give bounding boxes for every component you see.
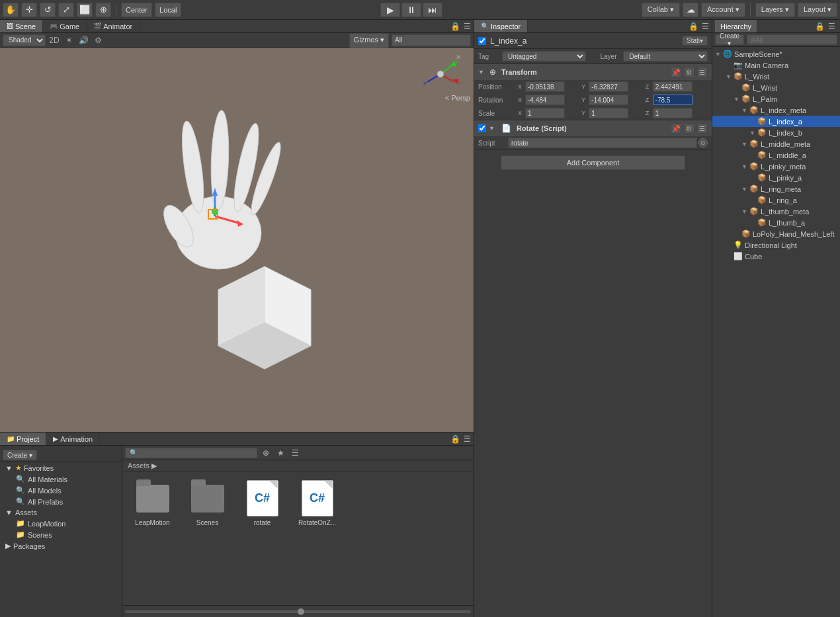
scene-viewport[interactable]: Y X Z ✕ < Persp (0, 48, 474, 432)
center-btn[interactable]: Center (121, 3, 152, 17)
hier-lpinkya[interactable]: 📦 L_pinky_a (712, 172, 840, 183)
scene-search-input[interactable] (392, 34, 471, 46)
hier-lmiddlemeta[interactable]: ▼ 📦 L_middle_meta (712, 138, 840, 149)
tab-animator[interactable]: 🎬 Animator (87, 20, 140, 32)
asset-rotate[interactable]: C# rotate (237, 477, 287, 529)
project-create-btn[interactable]: Create ▾ (3, 450, 37, 460)
sidebar-favorites[interactable]: ▼ ★ Favorites (0, 462, 122, 473)
tab-scene[interactable]: 🖼 Scene (0, 20, 43, 32)
sidebar-assets[interactable]: ▼ Assets (0, 507, 122, 518)
hier-lwrist[interactable]: ▼ 📦 L_Wrist (712, 71, 840, 82)
sidebar-packages[interactable]: ▶ Packages (0, 540, 122, 552)
lock-scene-btn[interactable]: 🔒 (450, 21, 462, 32)
shading-mode-select[interactable]: Shaded (3, 34, 46, 46)
step-btn[interactable]: ⏭ (423, 3, 442, 17)
sidebar-scenes[interactable]: 📁 Scenes (0, 529, 122, 540)
inspector-lock-btn[interactable]: 🔒 (688, 21, 700, 32)
lighting-btn[interactable]: ☀ (63, 34, 75, 46)
effects-btn[interactable]: ⚙ (92, 34, 104, 46)
layer-select[interactable]: Default (623, 51, 708, 62)
scale-tool-btn[interactable]: ⤢ (58, 3, 74, 17)
project-lock-btn[interactable]: 🔒 (450, 433, 462, 445)
hier-lmiddlea[interactable]: 📦 L_middle_a (712, 149, 840, 161)
add-component-btn[interactable]: Add Component (501, 155, 685, 170)
hier-scene-root[interactable]: ▼ 🌐 SampleScene* (712, 48, 840, 60)
transform-header[interactable]: ▼ ⊕ Transform 📌 ⚙ ☰ (474, 64, 712, 80)
tab-project[interactable]: 📁 Project (0, 432, 46, 445)
hier-dirlight[interactable]: 💡 Directional Light (712, 239, 840, 251)
tab-hierarchy[interactable]: Hierarchy (715, 20, 757, 32)
rotate-tool-btn[interactable]: ↺ (40, 3, 56, 17)
tab-animation[interactable]: ▶ Animation (46, 432, 100, 445)
pos-z-input[interactable]: 2.442491 (653, 81, 693, 92)
filter-btn[interactable]: ⊕ (260, 447, 272, 459)
hier-lringmeta[interactable]: ▼ 📦 L_ring_meta (712, 183, 840, 194)
cloud-btn[interactable]: ☁ (683, 3, 698, 17)
static-btn[interactable]: Stati▾ (682, 36, 708, 46)
hier-lopoly[interactable]: 📦 LoPoly_Hand_Mesh_Left (712, 228, 840, 239)
hier-lthumba[interactable]: 📦 L_thumb_a (712, 217, 840, 228)
hier-cube[interactable]: ⬜ Cube (712, 251, 840, 262)
rotate-script-checkbox[interactable] (478, 124, 486, 132)
hierarchy-lock-btn[interactable]: 🔒 (814, 21, 825, 32)
zoom-slider[interactable] (125, 610, 471, 613)
sidebar-leapmotion[interactable]: 📁 LeapMotion (0, 518, 122, 529)
transform-settings-btn[interactable]: ⚙ (684, 67, 694, 77)
rot-y-input[interactable]: -14.004 (589, 95, 628, 105)
rect-tool-btn[interactable]: ⬜ (77, 3, 93, 17)
tab-game[interactable]: 🎮 Game (43, 20, 87, 32)
tab-inspector[interactable]: 🔍 Inspector (474, 20, 528, 32)
script-target-btn[interactable]: ⊙ (698, 138, 708, 147)
hier-lindexb[interactable]: ▼ 📦 L_index_b (712, 127, 840, 138)
scene-menu-btn[interactable]: ☰ (462, 21, 474, 32)
move-tool-btn[interactable]: ✛ (21, 3, 37, 17)
audio-btn[interactable]: 🔊 (77, 34, 89, 46)
hier-lthummmeta[interactable]: ▼ 📦 L_thumb_meta (712, 206, 840, 217)
toggle-view-btn[interactable]: ☰ (289, 447, 301, 459)
project-search-input[interactable] (125, 448, 257, 458)
play-btn[interactable]: ▶ (380, 3, 400, 17)
hierarchy-search-input[interactable] (747, 34, 837, 45)
asset-rotateonz[interactable]: C# RotateOnZ... (292, 477, 342, 529)
sidebar-all-prefabs[interactable]: 🔍 All Prefabs (0, 496, 122, 507)
gizmos-btn[interactable]: Gizmos ▾ (349, 33, 389, 48)
rotate-script-menu-btn[interactable]: ☰ (697, 123, 708, 134)
object-active-checkbox[interactable] (478, 37, 486, 45)
tag-select[interactable]: Untagged (502, 51, 587, 62)
hierarchy-menu-btn[interactable]: ☰ (825, 21, 837, 32)
hierarchy-create-btn[interactable]: Create ▾ (715, 34, 744, 45)
transform-ref-btn[interactable]: 📌 (671, 67, 681, 77)
rot-z-input[interactable]: -78.5 (653, 95, 693, 105)
scl-z-input[interactable]: 1 (653, 108, 693, 118)
inspector-menu-btn[interactable]: ☰ (700, 21, 712, 32)
layers-btn[interactable]: Layers ▾ (755, 3, 795, 17)
hier-lwrist-child[interactable]: 📦 L_Wrist (712, 82, 840, 93)
hier-lindexmeta[interactable]: ▼ 📦 L_index_meta (712, 104, 840, 116)
pause-btn[interactable]: ⏸ (401, 3, 421, 17)
hier-lindexa[interactable]: 📦 L_index_a (712, 116, 840, 127)
rotate-script-settings-btn[interactable]: ⚙ (684, 123, 694, 134)
scl-x-input[interactable]: 1 (525, 108, 565, 118)
transform-tool-btn[interactable]: ⊕ (95, 3, 111, 17)
hier-lringa[interactable]: 📦 L_ring_a (712, 194, 840, 206)
layout-btn[interactable]: Layout ▾ (798, 3, 837, 17)
hand-tool-btn[interactable]: ✋ (3, 3, 19, 17)
asset-scenes[interactable]: Scenes (183, 477, 232, 529)
star-btn[interactable]: ★ (274, 447, 286, 459)
rotate-script-header[interactable]: ▼ 📄 Rotate (Script) 📌 ⚙ ☰ (474, 120, 712, 136)
sidebar-all-models[interactable]: 🔍 All Models (0, 485, 122, 496)
local-btn[interactable]: Local (155, 3, 181, 17)
rot-x-input[interactable]: -4.484 (525, 95, 565, 105)
sidebar-all-materials[interactable]: 🔍 All Materials (0, 473, 122, 485)
asset-leapmotion[interactable]: LeapMotion (128, 477, 177, 529)
account-btn[interactable]: Account ▾ (701, 3, 745, 17)
hier-lpalm[interactable]: ▼ 📦 L_Palm (712, 93, 840, 104)
transform-menu-btn[interactable]: ☰ (697, 67, 708, 77)
rotate-script-ref-btn[interactable]: 📌 (671, 123, 681, 134)
2d-btn[interactable]: 2D (48, 34, 60, 46)
scl-y-input[interactable]: 1 (589, 108, 628, 118)
pos-y-input[interactable]: -6.32827 (589, 81, 628, 92)
pos-x-input[interactable]: -0.05138 (525, 81, 565, 92)
collab-btn[interactable]: Collab ▾ (642, 3, 680, 17)
project-menu-btn[interactable]: ☰ (462, 433, 474, 445)
